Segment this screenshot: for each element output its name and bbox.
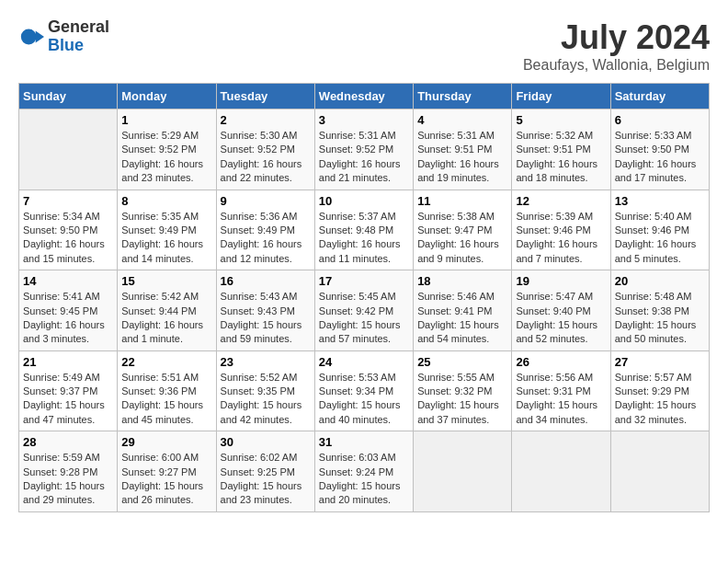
calendar-cell: 2Sunrise: 5:30 AMSunset: 9:52 PMDaylight… — [216, 109, 314, 190]
cell-content: Sunrise: 5:49 AMSunset: 9:37 PMDaylight:… — [23, 371, 113, 428]
calendar-cell — [414, 431, 512, 512]
calendar-cell — [610, 431, 709, 512]
calendar-cell: 17Sunrise: 5:45 AMSunset: 9:42 PMDayligh… — [314, 270, 413, 351]
calendar-cell: 29Sunrise: 6:00 AMSunset: 9:27 PMDayligh… — [118, 431, 216, 512]
week-row-1: 1Sunrise: 5:29 AMSunset: 9:52 PMDaylight… — [19, 109, 710, 190]
day-number: 26 — [516, 355, 606, 369]
day-number: 13 — [615, 194, 705, 208]
calendar-cell: 14Sunrise: 5:41 AMSunset: 9:45 PMDayligh… — [19, 270, 118, 351]
week-row-2: 7Sunrise: 5:34 AMSunset: 9:50 PMDaylight… — [19, 190, 710, 270]
svg-point-0 — [21, 29, 37, 44]
day-number: 20 — [615, 274, 705, 288]
calendar-cell — [19, 109, 118, 190]
col-header-thursday: Thursday — [414, 84, 512, 109]
day-number: 30 — [221, 435, 311, 449]
calendar-header-row: SundayMondayTuesdayWednesdayThursdayFrid… — [19, 84, 710, 109]
day-number: 5 — [516, 113, 606, 127]
calendar-cell: 16Sunrise: 5:43 AMSunset: 9:43 PMDayligh… — [216, 270, 314, 351]
cell-content: Sunrise: 5:52 AMSunset: 9:35 PMDaylight:… — [221, 371, 311, 428]
logo-icon — [18, 24, 44, 50]
cell-content: Sunrise: 5:38 AMSunset: 9:47 PMDaylight:… — [417, 210, 507, 267]
col-header-sunday: Sunday — [19, 84, 118, 109]
calendar-cell — [512, 431, 610, 512]
calendar-cell: 10Sunrise: 5:37 AMSunset: 9:48 PMDayligh… — [314, 190, 413, 270]
day-number: 21 — [23, 355, 113, 369]
calendar-cell: 3Sunrise: 5:31 AMSunset: 9:52 PMDaylight… — [314, 109, 413, 190]
calendar-cell: 13Sunrise: 5:40 AMSunset: 9:46 PMDayligh… — [610, 190, 709, 270]
calendar-cell: 4Sunrise: 5:31 AMSunset: 9:51 PMDaylight… — [414, 109, 512, 190]
calendar-cell: 25Sunrise: 5:55 AMSunset: 9:32 PMDayligh… — [414, 350, 512, 431]
calendar-cell: 21Sunrise: 5:49 AMSunset: 9:37 PMDayligh… — [19, 350, 118, 431]
calendar-cell: 7Sunrise: 5:34 AMSunset: 9:50 PMDaylight… — [19, 190, 118, 270]
calendar-cell: 5Sunrise: 5:32 AMSunset: 9:51 PMDaylight… — [512, 109, 610, 190]
calendar-cell: 22Sunrise: 5:51 AMSunset: 9:36 PMDayligh… — [118, 350, 216, 431]
cell-content: Sunrise: 5:55 AMSunset: 9:32 PMDaylight:… — [417, 371, 507, 428]
calendar-cell: 15Sunrise: 5:42 AMSunset: 9:44 PMDayligh… — [118, 270, 216, 351]
day-number: 16 — [221, 274, 311, 288]
calendar-cell: 11Sunrise: 5:38 AMSunset: 9:47 PMDayligh… — [414, 190, 512, 270]
day-number: 9 — [221, 194, 311, 208]
day-number: 25 — [417, 355, 507, 369]
cell-content: Sunrise: 5:34 AMSunset: 9:50 PMDaylight:… — [23, 210, 113, 267]
calendar-cell: 23Sunrise: 5:52 AMSunset: 9:35 PMDayligh… — [216, 350, 314, 431]
day-number: 15 — [121, 274, 211, 288]
cell-content: Sunrise: 5:35 AMSunset: 9:49 PMDaylight:… — [121, 210, 211, 267]
cell-content: Sunrise: 5:43 AMSunset: 9:43 PMDaylight:… — [221, 290, 311, 347]
day-number: 2 — [221, 113, 311, 127]
calendar-cell: 28Sunrise: 5:59 AMSunset: 9:28 PMDayligh… — [19, 431, 118, 512]
cell-content: Sunrise: 5:41 AMSunset: 9:45 PMDaylight:… — [23, 290, 113, 347]
day-number: 27 — [615, 355, 705, 369]
day-number: 10 — [319, 194, 409, 208]
day-number: 31 — [319, 435, 409, 449]
day-number: 3 — [319, 113, 409, 127]
cell-content: Sunrise: 5:42 AMSunset: 9:44 PMDaylight:… — [121, 290, 211, 347]
cell-content: Sunrise: 5:45 AMSunset: 9:42 PMDaylight:… — [319, 290, 409, 347]
logo-blue: Blue — [48, 37, 109, 55]
cell-content: Sunrise: 5:31 AMSunset: 9:52 PMDaylight:… — [319, 129, 409, 186]
calendar-cell: 1Sunrise: 5:29 AMSunset: 9:52 PMDaylight… — [118, 109, 216, 190]
col-header-tuesday: Tuesday — [216, 84, 314, 109]
calendar-cell: 6Sunrise: 5:33 AMSunset: 9:50 PMDaylight… — [610, 109, 709, 190]
cell-content: Sunrise: 6:03 AMSunset: 9:24 PMDaylight:… — [319, 451, 409, 508]
cell-content: Sunrise: 5:40 AMSunset: 9:46 PMDaylight:… — [615, 210, 705, 267]
calendar-cell: 9Sunrise: 5:36 AMSunset: 9:49 PMDaylight… — [216, 190, 314, 270]
col-header-friday: Friday — [512, 84, 610, 109]
cell-content: Sunrise: 5:29 AMSunset: 9:52 PMDaylight:… — [121, 129, 211, 186]
cell-content: Sunrise: 5:56 AMSunset: 9:31 PMDaylight:… — [516, 371, 606, 428]
subtitle: Beaufays, Wallonia, Belgium — [523, 57, 710, 74]
cell-content: Sunrise: 5:32 AMSunset: 9:51 PMDaylight:… — [516, 129, 606, 186]
day-number: 11 — [417, 194, 507, 208]
col-header-wednesday: Wednesday — [314, 84, 413, 109]
day-number: 24 — [319, 355, 409, 369]
week-row-3: 14Sunrise: 5:41 AMSunset: 9:45 PMDayligh… — [19, 270, 710, 351]
cell-content: Sunrise: 6:00 AMSunset: 9:27 PMDaylight:… — [121, 451, 211, 508]
logo-text: General Blue — [48, 18, 109, 55]
cell-content: Sunrise: 5:59 AMSunset: 9:28 PMDaylight:… — [23, 451, 113, 508]
calendar-cell: 20Sunrise: 5:48 AMSunset: 9:38 PMDayligh… — [610, 270, 709, 351]
col-header-monday: Monday — [118, 84, 216, 109]
calendar-cell: 19Sunrise: 5:47 AMSunset: 9:40 PMDayligh… — [512, 270, 610, 351]
day-number: 18 — [417, 274, 507, 288]
calendar-cell: 30Sunrise: 6:02 AMSunset: 9:25 PMDayligh… — [216, 431, 314, 512]
logo-general: General — [48, 18, 109, 37]
calendar-cell: 12Sunrise: 5:39 AMSunset: 9:46 PMDayligh… — [512, 190, 610, 270]
day-number: 14 — [23, 274, 113, 288]
cell-content: Sunrise: 5:51 AMSunset: 9:36 PMDaylight:… — [121, 371, 211, 428]
cell-content: Sunrise: 5:57 AMSunset: 9:29 PMDaylight:… — [615, 371, 705, 428]
day-number: 8 — [121, 194, 211, 208]
col-header-saturday: Saturday — [610, 84, 709, 109]
cell-content: Sunrise: 5:39 AMSunset: 9:46 PMDaylight:… — [516, 210, 606, 267]
day-number: 1 — [121, 113, 211, 127]
calendar-cell: 27Sunrise: 5:57 AMSunset: 9:29 PMDayligh… — [610, 350, 709, 431]
cell-content: Sunrise: 5:46 AMSunset: 9:41 PMDaylight:… — [417, 290, 507, 347]
cell-content: Sunrise: 5:36 AMSunset: 9:49 PMDaylight:… — [221, 210, 311, 267]
page-header: General Blue July 2024 Beaufays, Walloni… — [18, 18, 710, 74]
day-number: 19 — [516, 274, 606, 288]
calendar-cell: 24Sunrise: 5:53 AMSunset: 9:34 PMDayligh… — [314, 350, 413, 431]
week-row-4: 21Sunrise: 5:49 AMSunset: 9:37 PMDayligh… — [19, 350, 710, 431]
cell-content: Sunrise: 6:02 AMSunset: 9:25 PMDaylight:… — [221, 451, 311, 508]
cell-content: Sunrise: 5:30 AMSunset: 9:52 PMDaylight:… — [221, 129, 311, 186]
cell-content: Sunrise: 5:47 AMSunset: 9:40 PMDaylight:… — [516, 290, 606, 347]
main-title: July 2024 — [523, 18, 710, 57]
week-row-5: 28Sunrise: 5:59 AMSunset: 9:28 PMDayligh… — [19, 431, 710, 512]
